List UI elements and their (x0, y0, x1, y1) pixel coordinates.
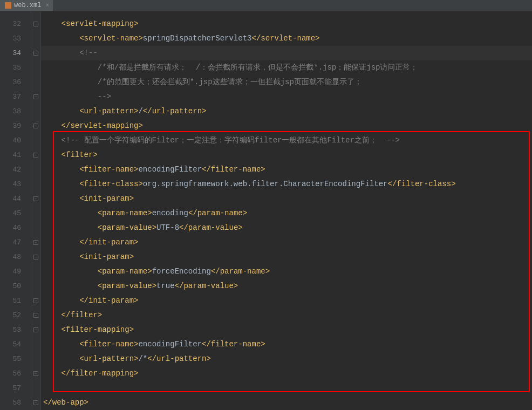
line-number: 45 (0, 206, 31, 221)
fold-collapse-icon[interactable]: − (33, 22, 38, 26)
line-number: 48 (0, 250, 31, 264)
fold-marker-line[interactable]: − (31, 46, 40, 60)
fold-line (31, 206, 40, 221)
code-line-current[interactable]: <!-- (41, 46, 532, 60)
line-number: 39 (0, 119, 31, 133)
line-number: 33 (0, 31, 31, 46)
fold-marker-line[interactable]: − (31, 250, 40, 264)
line-number: 36 (0, 75, 31, 90)
tabs-bar: web.xml × (0, 0, 532, 11)
line-number: 55 (0, 352, 31, 366)
line-number: 52 (0, 308, 31, 323)
code-line[interactable]: <filter-name>encodingFilter</filter-name… (41, 337, 532, 352)
code-line[interactable]: <servlet-mapping> (41, 17, 532, 31)
tab-close-icon[interactable]: × (45, 2, 49, 9)
fold-marker-line[interactable]: − (31, 17, 40, 31)
line-number: 58 (0, 395, 31, 410)
tab-webxml[interactable]: web.xml × (0, 0, 54, 11)
line-number: 41 (0, 148, 31, 162)
code-line[interactable]: </init-param> (41, 235, 532, 250)
fold-collapse-icon[interactable]: − (33, 153, 38, 158)
line-number: 47 (0, 235, 31, 250)
code-line[interactable] (41, 381, 532, 395)
code-line[interactable]: <filter-name>encodingFilter</filter-name… (41, 162, 532, 177)
line-number: 46 (0, 221, 31, 235)
line-number: 35 (0, 60, 31, 75)
line-number: 54 (0, 337, 31, 352)
fold-line (31, 177, 40, 192)
code-line[interactable]: <param-name>encoding</param-name> (41, 206, 532, 221)
fold-collapse-icon[interactable]: − (33, 94, 38, 99)
line-number: 57 (0, 381, 31, 395)
editor-container: web.xml × 32 33 34 35 36 37 38 39 40 41 … (0, 0, 532, 410)
code-line[interactable]: </filter-mapping> (41, 366, 532, 381)
line-gutter: 32 33 34 35 36 37 38 39 40 41 42 43 44 4… (0, 11, 31, 410)
line-number: 51 (0, 293, 31, 308)
fold-collapse-icon[interactable]: − (33, 400, 38, 405)
fold-collapse-icon[interactable]: − (33, 313, 38, 318)
line-number: 49 (0, 264, 31, 279)
fold-line (31, 75, 40, 90)
line-number: 32 (0, 17, 31, 31)
fold-line (31, 31, 40, 46)
code-line[interactable]: <filter-class>org.springframework.web.fi… (41, 177, 532, 192)
line-number: 44 (0, 192, 31, 206)
line-number: 40 (0, 133, 31, 148)
fold-line (31, 279, 40, 293)
code-line[interactable]: <param-value>true</param-value> (41, 279, 532, 293)
fold-marker-line[interactable]: − (31, 323, 40, 337)
line-number: 50 (0, 279, 31, 293)
code-line[interactable]: <url-pattern>/*</url-pattern> (41, 352, 532, 366)
fold-collapse-icon[interactable]: − (33, 255, 38, 259)
line-number: 38 (0, 104, 31, 119)
fold-marker-line[interactable]: − (31, 308, 40, 323)
fold-collapse-icon[interactable]: − (33, 298, 38, 303)
editor-body: 32 33 34 35 36 37 38 39 40 41 42 43 44 4… (0, 11, 532, 410)
xml-file-icon (4, 2, 12, 9)
fold-marker-line[interactable]: − (31, 395, 40, 410)
fold-marker-line[interactable]: − (31, 90, 40, 104)
code-line[interactable]: <param-name>forceEncoding</param-name> (41, 264, 532, 279)
fold-marker-line[interactable]: − (31, 366, 40, 381)
code-line[interactable]: /*和/都是拦截所有请求； /：会拦截所有请求，但是不会拦截*.jsp；能保证j… (41, 60, 532, 75)
fold-line (31, 133, 40, 148)
fold-line (31, 381, 40, 395)
line-number: 37 (0, 90, 31, 104)
code-line[interactable]: <!-- 配置一个字符编码的Filter；一定注意：字符编码filter一般都在… (41, 133, 532, 148)
line-number: 42 (0, 162, 31, 177)
code-line[interactable]: --> (41, 90, 532, 104)
fold-line (31, 264, 40, 279)
code-line[interactable]: </init-param> (41, 293, 532, 308)
fold-line (31, 60, 40, 75)
code-line[interactable]: <init-param> (41, 192, 532, 206)
code-line[interactable]: </web-app> (41, 395, 532, 410)
code-line[interactable]: <param-value>UTF-8</param-value> (41, 221, 532, 235)
fold-marker-line[interactable]: − (31, 192, 40, 206)
fold-line (31, 104, 40, 119)
code-line[interactable]: </servlet-mapping> (41, 119, 532, 133)
tab-filename: web.xml (14, 2, 41, 9)
fold-marker-line[interactable]: − (31, 119, 40, 133)
code-line[interactable]: </filter> (41, 308, 532, 323)
line-number-current: 34 (0, 46, 31, 60)
fold-collapse-icon[interactable]: − (33, 240, 38, 245)
code-line[interactable]: /*的范围更大；还会拦截到*.jsp这些请求；一但拦截jsp页面就不能显示了； (41, 75, 532, 90)
fold-line (31, 352, 40, 366)
fold-collapse-icon[interactable]: − (33, 51, 38, 56)
code-line[interactable]: <filter-mapping> (41, 323, 532, 337)
code-line[interactable]: <servlet-name>springDispatcherServlet3</… (41, 31, 532, 46)
fold-collapse-icon[interactable]: − (33, 196, 38, 201)
fold-marker-line[interactable]: − (31, 293, 40, 308)
code-area[interactable]: <servlet-mapping> <servlet-name>springDi… (41, 11, 532, 410)
line-number: 56 (0, 366, 31, 381)
code-line[interactable]: <init-param> (41, 250, 532, 264)
fold-line (31, 162, 40, 177)
fold-marker-line[interactable]: − (31, 148, 40, 162)
fold-gutter: − − − − − − − − − − − − − (31, 11, 41, 410)
code-line[interactable]: <url-pattern>/</url-pattern> (41, 104, 532, 119)
code-line[interactable]: <filter> (41, 148, 532, 162)
fold-collapse-icon[interactable]: − (33, 327, 38, 332)
fold-collapse-icon[interactable]: − (33, 371, 38, 376)
fold-marker-line[interactable]: − (31, 235, 40, 250)
fold-collapse-icon[interactable]: − (33, 124, 38, 128)
